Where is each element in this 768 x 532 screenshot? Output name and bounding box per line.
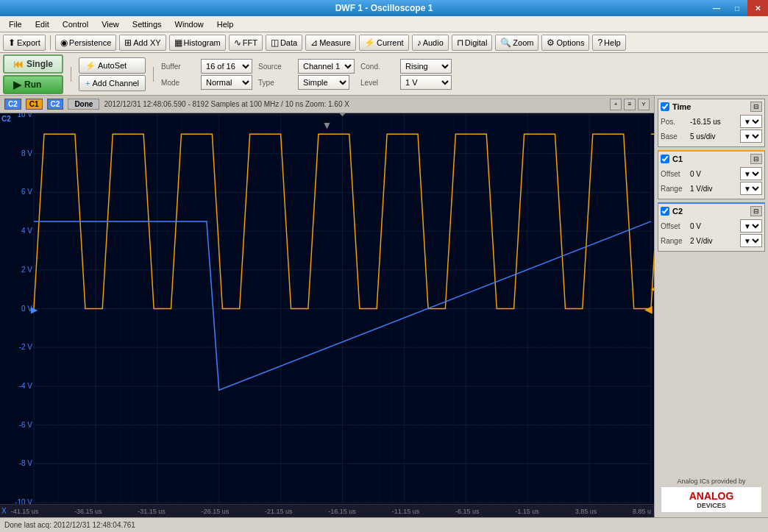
autoset-button[interactable]: ⚡ AutoSet [79, 57, 146, 74]
time-pos-row: Pos. -16.15 us ▼ [661, 115, 762, 128]
c2-badge-2[interactable]: C2 [47, 99, 64, 110]
export-icon: ⬆ [8, 38, 15, 48]
mode-select[interactable]: Normal [201, 75, 252, 90]
data-icon: ◫ [271, 38, 279, 48]
zoom-icon: 🔍 [500, 38, 511, 48]
run-controls: ⏮ Single ▶ Run [3, 54, 63, 94]
c1-section: C1 ⊟ Offset 0 V ▼ Range 1 V/div ▼ [658, 150, 765, 199]
add-channel-button[interactable]: + Add Channel [79, 75, 146, 91]
scope-settings-button[interactable]: ≡ [624, 99, 636, 110]
done-badge: Done [68, 99, 99, 110]
c2-y-label: C2 [1, 115, 11, 123]
persistence-button[interactable]: ◉ Persistence [55, 35, 116, 51]
digital-button[interactable]: ⊓ Digital [452, 35, 493, 51]
c1-badge[interactable]: C1 [26, 99, 43, 110]
c1-settings-button[interactable]: ⊟ [750, 154, 762, 164]
audio-button[interactable]: ♪ Audio [412, 35, 449, 51]
fft-button[interactable]: ∿ FFT [229, 35, 263, 51]
measure-button[interactable]: ⊿ Measure [305, 35, 356, 51]
c2-range-value: 2 V/div [690, 237, 740, 245]
c2-badge[interactable]: C2 [4, 99, 21, 110]
scope-canvas-wrapper[interactable]: C2 ▼ ◀ ▶ [0, 113, 654, 504]
scope-canvas [0, 113, 654, 504]
options-button[interactable]: ⚙ Options [541, 35, 589, 51]
c1-offset-row: Offset 0 V ▼ [661, 167, 762, 180]
menu-file[interactable]: File [3, 18, 28, 30]
analog-logo-subtitle: DEVICES [697, 502, 726, 509]
level-label: Level [360, 79, 397, 87]
base-label: Base [661, 132, 690, 141]
trigger-right-marker: ◀ [644, 303, 653, 315]
single-button[interactable]: ⏮ Single [3, 54, 63, 74]
c2-checkbox[interactable] [661, 207, 669, 216]
c2-offset-select[interactable]: ▼ [740, 219, 762, 233]
buffer-label: Buffer [161, 63, 198, 71]
ctrl-sep-2 [153, 67, 154, 82]
audio-icon: ♪ [417, 38, 422, 48]
analog-logo-brand: ANALOG [689, 490, 734, 502]
base-select[interactable]: ▼ [740, 130, 762, 143]
menu-edit[interactable]: Edit [29, 18, 55, 30]
type-select[interactable]: Simple [298, 75, 349, 90]
toolbar-separator [50, 35, 51, 50]
menu-view[interactable]: View [96, 18, 125, 30]
help-button[interactable]: ? Help [592, 35, 625, 51]
help-icon: ? [597, 38, 602, 48]
c2-header: C2 ⊟ [661, 206, 762, 216]
pos-label: Pos. [661, 118, 690, 126]
add-xy-button[interactable]: ⊞ Add XY [119, 35, 166, 51]
trigger-top-marker: ▼ [322, 119, 333, 131]
level-row: Level 1 V [360, 75, 452, 90]
data-button[interactable]: ◫ Data [266, 35, 302, 51]
c1-offset-select[interactable]: ▼ [740, 167, 762, 180]
time-checkbox[interactable] [661, 102, 669, 111]
x-axis: X -41.15 us-36.15 us-31.15 us-26.15 us-2… [0, 504, 654, 517]
cond-level-controls: Cond. Rising Level 1 V [360, 59, 452, 90]
close-button[interactable]: ✕ [747, 0, 768, 16]
export-button[interactable]: ⬆ Export [3, 35, 46, 51]
c2-level-marker: ▶ [31, 305, 38, 315]
c2-range-label: Range [661, 237, 690, 245]
c1-range-select[interactable]: ▼ [740, 182, 762, 195]
c2-section: C2 ⊟ Offset 0 V ▼ Range 2 V/div ▼ [658, 202, 765, 252]
maximize-button[interactable]: □ [727, 0, 747, 16]
level-select[interactable]: 1 V [400, 75, 452, 90]
c2-range-row: Range 2 V/div ▼ [661, 234, 762, 247]
source-type-controls: Source Channel 1 Type Simple [258, 59, 355, 90]
current-button[interactable]: ⚡ Current [359, 35, 409, 51]
menu-settings[interactable]: Settings [127, 18, 168, 30]
minimize-button[interactable]: — [706, 0, 727, 16]
scope-zoom-in-button[interactable]: + [610, 99, 622, 110]
pos-value: -16.15 us [690, 118, 740, 126]
window-title: DWF 1 - Oscilloscope 1 [335, 3, 433, 13]
current-icon: ⚡ [364, 38, 375, 48]
menu-control[interactable]: Control [57, 18, 94, 30]
c1-checkbox[interactable] [661, 155, 669, 163]
zoom-button[interactable]: 🔍 Zoom [495, 35, 538, 51]
histogram-button[interactable]: ▦ Histogram [169, 35, 226, 51]
pos-select[interactable]: ▼ [740, 115, 762, 128]
menu-window[interactable]: Window [169, 18, 210, 30]
menu-help[interactable]: Help [211, 18, 240, 30]
cond-row: Cond. Rising [360, 59, 452, 74]
c1-title: C1 [672, 155, 683, 163]
c1-offset-value: 0 V [690, 170, 740, 178]
analog-tagline: Analog ICs provided by [661, 478, 762, 485]
source-select[interactable]: Channel 1 [298, 59, 355, 74]
scope-header: C2 C1 C2 Done 2012/12/31 12:48:06.590 - … [0, 96, 654, 113]
source-label: Source [258, 63, 295, 71]
cond-select[interactable]: Rising [400, 59, 452, 74]
c1-offset-label: Offset [661, 170, 690, 178]
buffer-select[interactable]: 16 of 16 [201, 59, 252, 74]
scope-icons: + ≡ Y [610, 99, 650, 110]
run-button[interactable]: ▶ Run [3, 75, 63, 94]
c1-range-value: 1 V/div [690, 185, 740, 193]
analog-brand: ANALOG DEVICES [661, 486, 762, 513]
time-settings-button[interactable]: ⊟ [750, 102, 762, 112]
options-icon: ⚙ [547, 38, 555, 48]
scope-y-button[interactable]: Y [638, 99, 650, 110]
scope-container: C2 C1 C2 Done 2012/12/31 12:48:06.590 - … [0, 96, 654, 517]
menubar: File Edit Control View Settings Window H… [0, 16, 768, 32]
c2-settings-button[interactable]: ⊟ [750, 206, 762, 216]
c2-range-select[interactable]: ▼ [740, 234, 762, 247]
